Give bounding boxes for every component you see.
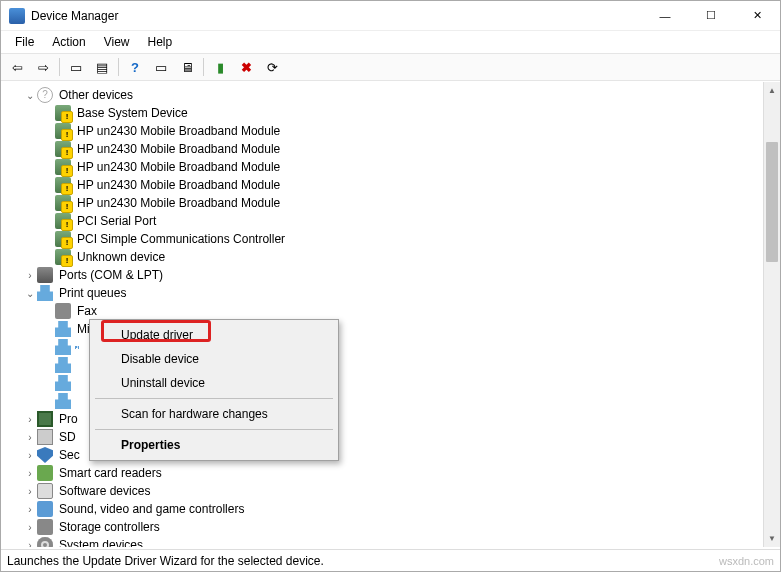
printer-icon: [55, 357, 71, 373]
menu-view[interactable]: View: [96, 33, 138, 51]
chevron-right-icon[interactable]: ›: [23, 522, 37, 533]
tree-node-smart-card[interactable]: › Smart card readers: [5, 464, 780, 482]
tree-item[interactable]: HP un2430 Mobile Broadband Module: [5, 176, 780, 194]
device-warning-icon: [55, 159, 71, 175]
tree-item[interactable]: PCI Simple Communications Controller: [5, 230, 780, 248]
tree-label: Base System Device: [75, 106, 190, 120]
tree-label: PCI Simple Communications Controller: [75, 232, 287, 246]
device-warning-icon: [55, 123, 71, 139]
smart-card-icon: [37, 465, 53, 481]
tree-node-storage[interactable]: › Storage controllers: [5, 518, 780, 536]
tree-label: Unknown device: [75, 250, 167, 264]
chevron-down-icon[interactable]: ⌄: [23, 288, 37, 299]
menubar: File Action View Help: [1, 31, 780, 53]
window-title: Device Manager: [31, 9, 118, 23]
tree-label: PCI Serial Port: [75, 214, 158, 228]
tree-label: SD: [57, 430, 78, 444]
tree-item[interactable]: HP un2430 Mobile Broadband Module: [5, 194, 780, 212]
device-warning-icon: [55, 105, 71, 121]
scroll-down-button[interactable]: ▼: [764, 530, 780, 547]
minimize-button[interactable]: —: [642, 1, 688, 30]
scroll-up-button[interactable]: ▲: [764, 82, 780, 99]
titlebar: Device Manager — ☐ ✕: [1, 1, 780, 31]
menu-help[interactable]: Help: [140, 33, 181, 51]
tree-label: Sound, video and game controllers: [57, 502, 246, 516]
menu-file[interactable]: File: [7, 33, 42, 51]
help-button[interactable]: ?: [123, 56, 147, 78]
tree-area: ⌄ Other devices Base System Device HP un…: [1, 81, 780, 547]
tree-node-ports[interactable]: › Ports (COM & LPT): [5, 266, 780, 284]
device-tree[interactable]: ⌄ Other devices Base System Device HP un…: [1, 82, 780, 547]
tree-label: HP un2430 Mobile Broadband Module: [75, 196, 282, 210]
chevron-down-icon[interactable]: ⌄: [23, 90, 37, 101]
chevron-right-icon[interactable]: ›: [23, 504, 37, 515]
tree-node-sound[interactable]: › Sound, video and game controllers: [5, 500, 780, 518]
tree-item[interactable]: HP un2430 Mobile Broadband Module: [5, 140, 780, 158]
sound-icon: [37, 501, 53, 517]
menu-action[interactable]: Action: [44, 33, 93, 51]
tree-button[interactable]: ▭: [149, 56, 173, 78]
maximize-button[interactable]: ☐: [688, 1, 734, 30]
software-icon: [37, 483, 53, 499]
device-warning-icon: [55, 177, 71, 193]
back-button[interactable]: ⇦: [5, 56, 29, 78]
print-queues-icon: [37, 285, 53, 301]
tree-item[interactable]: Fax: [5, 302, 780, 320]
tree-node-software[interactable]: › Software devices: [5, 482, 780, 500]
context-uninstall-device[interactable]: Uninstall device: [93, 371, 335, 395]
tree-node-system[interactable]: › System devices: [5, 536, 780, 547]
printer-icon: [55, 375, 71, 391]
monitor-button[interactable]: 🖥: [175, 56, 199, 78]
tree-item[interactable]: HP un2430 Mobile Broadband Module: [5, 122, 780, 140]
statusbar: Launches the Update Driver Wizard for th…: [1, 549, 780, 571]
tree-label: Smart card readers: [57, 466, 164, 480]
vertical-scrollbar[interactable]: ▲ ▼: [763, 82, 780, 547]
gear-icon: [37, 537, 53, 547]
chevron-right-icon[interactable]: ›: [23, 414, 37, 425]
properties-button[interactable]: ▤: [90, 56, 114, 78]
forward-button[interactable]: ⇨: [31, 56, 55, 78]
printer-icon: [55, 321, 71, 337]
chevron-right-icon[interactable]: ›: [23, 486, 37, 497]
context-properties[interactable]: Properties: [93, 433, 335, 457]
chevron-right-icon[interactable]: ›: [23, 450, 37, 461]
tree-item[interactable]: Unknown device: [5, 248, 780, 266]
uninstall-button[interactable]: ✖: [234, 56, 258, 78]
device-warning-icon: [55, 141, 71, 157]
tree-item[interactable]: PCI Serial Port: [5, 212, 780, 230]
processor-icon: [37, 411, 53, 427]
tree-label: Sec: [57, 448, 82, 462]
context-separator: [95, 429, 333, 430]
chevron-right-icon[interactable]: ›: [23, 540, 37, 548]
other-devices-icon: [37, 87, 53, 103]
context-menu: Update driver Disable device Uninstall d…: [89, 319, 339, 461]
show-hidden-button[interactable]: ▭: [64, 56, 88, 78]
tree-item[interactable]: HP un2430 Mobile Broadband Module: [5, 158, 780, 176]
toolbar-separator: [118, 58, 119, 76]
fax-icon: [55, 303, 71, 319]
context-disable-device[interactable]: Disable device: [93, 347, 335, 371]
tree-label: Storage controllers: [57, 520, 162, 534]
chevron-right-icon[interactable]: ›: [23, 468, 37, 479]
printer-icon: [55, 339, 71, 355]
scan-button[interactable]: ⟳: [260, 56, 284, 78]
context-scan-hardware[interactable]: Scan for hardware changes: [93, 402, 335, 426]
chevron-right-icon[interactable]: ›: [23, 432, 37, 443]
toolbar-separator: [59, 58, 60, 76]
tree-label: Pro: [57, 412, 80, 426]
scroll-thumb[interactable]: [766, 142, 778, 262]
tree-node-print-queues[interactable]: ⌄ Print queues: [5, 284, 780, 302]
tree-label: [75, 346, 79, 348]
context-update-driver[interactable]: Update driver: [93, 323, 335, 347]
chevron-right-icon[interactable]: ›: [23, 270, 37, 281]
add-device-button[interactable]: ▮: [208, 56, 232, 78]
tree-label: HP un2430 Mobile Broadband Module: [75, 142, 282, 156]
tree-label: HP un2430 Mobile Broadband Module: [75, 160, 282, 174]
tree-node-other-devices[interactable]: ⌄ Other devices: [5, 86, 780, 104]
ports-icon: [37, 267, 53, 283]
tree-label: Ports (COM & LPT): [57, 268, 165, 282]
tree-label: System devices: [57, 538, 145, 547]
tree-item[interactable]: Base System Device: [5, 104, 780, 122]
close-button[interactable]: ✕: [734, 1, 780, 30]
tree-label: HP un2430 Mobile Broadband Module: [75, 178, 282, 192]
